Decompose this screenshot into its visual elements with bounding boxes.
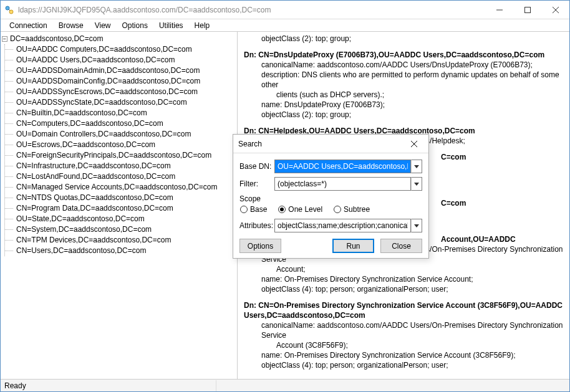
result-line: canonicalName: aaddscontoso.com/AADDC Us… <box>244 60 563 70</box>
result-line: objectClass (4): top; person; organizati… <box>244 284 563 294</box>
filter-dropdown[interactable] <box>411 177 422 191</box>
dialog-close-button[interactable] <box>405 141 423 147</box>
tree-node[interactable]: CN=ForeignSecurityPrincipals,DC=aaddscon… <box>16 150 236 161</box>
search-dialog: Search Base DN: Filter: Scope <box>233 134 429 259</box>
dialog-title-text: Search <box>238 140 405 148</box>
result-partial: C=com <box>441 152 563 162</box>
app-icon <box>4 5 14 15</box>
main-pane: − DC=aaddscontoso,DC=com OU=AADDC Comput… <box>1 32 569 379</box>
menubar: Connection Browse View Options Utilities… <box>1 19 569 32</box>
tree-root[interactable]: − DC=aaddscontoso,DC=com <box>2 34 236 44</box>
tree-node[interactable]: OU=AADDSDomainAdmin,DC=aaddscontoso,DC=c… <box>16 65 236 76</box>
tree-node[interactable]: OU=AADDSSyncEscrows,DC=aaddscontoso,DC=c… <box>16 87 236 97</box>
result-line: name: DnsUpdateProxy (E7006B73); <box>244 100 563 110</box>
attributes-dropdown[interactable] <box>411 219 422 232</box>
tree-node[interactable]: CN=Computers,DC=aaddscontoso,DC=com <box>16 118 236 129</box>
scope-label: Scope <box>239 194 422 203</box>
tree-node[interactable]: OU=Domain Controllers,DC=aaddscontoso,DC… <box>16 129 236 140</box>
tree-node[interactable]: OU=AADDSDomainConfig,DC=aaddscontoso,DC=… <box>16 76 236 87</box>
tree-node[interactable]: CN=LostAndFound,DC=aaddscontoso,DC=com <box>16 171 236 182</box>
base-dn-dropdown[interactable] <box>411 160 422 173</box>
svg-line-2 <box>9 9 10 11</box>
tree-node[interactable]: OU=AADDC Computers,DC=aaddscontoso,DC=co… <box>16 44 236 55</box>
result-dn: Dn: CN=On-Premises Directory Synchroniza… <box>244 300 563 320</box>
tree-panel[interactable]: − DC=aaddscontoso,DC=com OU=AADDC Comput… <box>1 32 238 379</box>
result-line: objectClass (2): top; group; <box>244 34 563 44</box>
menu-utilities[interactable]: Utilities <box>154 21 188 31</box>
result-line: objectClass (2): top; group; <box>244 110 563 120</box>
svg-marker-10 <box>414 183 419 186</box>
menu-connection[interactable]: Connection <box>4 21 52 31</box>
status-text: Ready <box>4 380 216 391</box>
tree-node[interactable]: CN=System,DC=aaddscontoso,DC=com <box>16 224 236 235</box>
result-line: clients (such as DHCP servers).; <box>244 90 563 100</box>
tree-root-label[interactable]: DC=aaddscontoso,DC=com <box>10 34 103 44</box>
result-line: Account (3C8F56F9); <box>244 340 563 350</box>
tree-node[interactable]: CN=Program Data,DC=aaddscontoso,DC=com <box>16 203 236 214</box>
radio-icon <box>278 206 286 213</box>
run-button[interactable]: Run <box>332 239 374 253</box>
svg-marker-11 <box>414 224 419 227</box>
tree-node[interactable]: OU=AADDSSyncState,DC=aaddscontoso,DC=com <box>16 97 236 108</box>
svg-rect-4 <box>524 7 530 12</box>
dialog-titlebar[interactable]: Search <box>233 135 428 153</box>
result-line: canonicalName: aaddscontoso.com/AADDC Us… <box>244 320 563 340</box>
tree-node[interactable]: OU=AADDC Users,DC=aaddscontoso,DC=com <box>16 55 236 65</box>
options-button[interactable]: Options <box>239 239 281 253</box>
tree-node[interactable]: CN=Managed Service Accounts,DC=aaddscont… <box>16 182 236 193</box>
result-line: name: On-Premises Directory Synchronizat… <box>244 274 563 284</box>
result-line: Account; <box>244 264 563 274</box>
titlebar: ldaps://JGNIJ9KJQFD95QA.aaddscontoso.com… <box>1 1 569 19</box>
result-line: name: On-Premises Directory Synchronizat… <box>244 350 563 360</box>
tree-node[interactable]: CN=Infrastructure,DC=aaddscontoso,DC=com <box>16 161 236 171</box>
close-button[interactable] <box>541 1 569 19</box>
filter-label: Filter: <box>239 179 274 188</box>
maximize-button[interactable] <box>513 1 541 19</box>
tree-node[interactable]: CN=Builtin,DC=aaddscontoso,DC=com <box>16 108 236 118</box>
filter-input[interactable] <box>274 177 411 191</box>
result-line: objectClass (4): top; person; organizati… <box>244 360 563 370</box>
collapse-icon[interactable]: − <box>2 36 7 42</box>
minimize-button[interactable] <box>485 1 513 19</box>
tree-node[interactable]: CN=Users,DC=aaddscontoso,DC=com <box>16 246 236 256</box>
tree-node[interactable]: CN=TPM Devices,DC=aaddscontoso,DC=com <box>16 235 236 246</box>
tree-node[interactable]: OU=Escrows,DC=aaddscontoso,DC=com <box>16 140 236 150</box>
svg-marker-9 <box>414 165 419 168</box>
scope-group: Base One Level Subtree <box>239 205 422 214</box>
result-separator: ----------- <box>244 376 563 379</box>
statusbar: Ready <box>1 379 569 391</box>
attributes-label: Attributes: <box>239 221 274 230</box>
menu-help[interactable]: Help <box>190 21 215 31</box>
attributes-input[interactable] <box>274 219 411 232</box>
menu-browse[interactable]: Browse <box>54 21 89 31</box>
tree-children: OU=AADDC Computers,DC=aaddscontoso,DC=co… <box>4 44 236 256</box>
radio-icon <box>240 206 248 213</box>
result-partial: C=com <box>441 198 563 208</box>
scope-subtree-radio[interactable]: Subtree <box>334 205 370 214</box>
scope-onelevel-radio[interactable]: One Level <box>278 205 322 214</box>
scope-base-radio[interactable]: Base <box>240 205 267 214</box>
window-controls <box>485 1 569 19</box>
menu-view[interactable]: View <box>90 21 116 31</box>
result-dn: Dn: CN=DnsUpdateProxy (E7006B73),OU=AADD… <box>244 50 563 60</box>
tree-node[interactable]: OU=State,DC=aaddscontoso,DC=com <box>16 214 236 224</box>
menu-options[interactable]: Options <box>117 21 153 31</box>
base-dn-label: Base DN: <box>239 162 274 171</box>
tree-node[interactable]: CN=NTDS Quotas,DC=aaddscontoso,DC=com <box>16 193 236 203</box>
radio-icon <box>334 206 341 213</box>
window-title: ldaps://JGNIJ9KJQFD95QA.aaddscontoso.com… <box>18 6 485 14</box>
close-dialog-button[interactable]: Close <box>380 239 422 253</box>
result-line: description: DNS clients who are permitt… <box>244 70 563 90</box>
base-dn-input[interactable] <box>274 160 411 173</box>
